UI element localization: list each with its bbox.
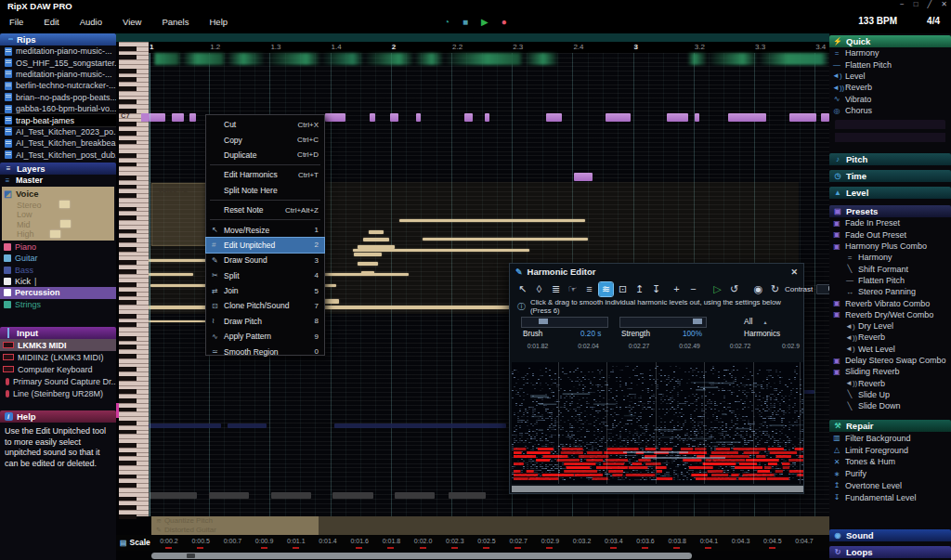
preset-delay-stereo-swap-combo[interactable]: ▣Delay Stereo Swap Combo [829,355,951,366]
show-tool[interactable]: ◉ [751,282,765,296]
repair-filter-background[interactable]: ▥Filter Background [829,432,951,444]
sublayer-level-slider[interactable] [60,220,71,228]
pitch-contour[interactable] [354,253,382,256]
black-key[interactable] [119,497,137,501]
pitch-contour[interactable] [363,238,389,241]
black-key[interactable] [119,176,137,180]
black-key[interactable] [119,292,137,296]
menu-audio[interactable]: Audio [80,17,102,27]
repair-panel-header[interactable]: ⚒Repair [829,420,951,432]
black-key[interactable] [119,215,137,220]
menu-item-apply-pattern[interactable]: ∿Apply Pattern9 [206,329,324,344]
history-tool[interactable]: ↺ [727,282,741,296]
camera-tool[interactable]: ⊡ [616,282,630,296]
time-signature-display[interactable]: 4/4 [927,16,940,26]
record-button[interactable]: ● [502,18,507,27]
repair-fundamental-level[interactable]: ↧Fundamental Level [829,491,951,503]
input-device[interactable]: Line (Steinberg UR28M) [0,387,116,399]
repair-tones-hum[interactable]: ✕Tones & Hum [829,456,951,468]
black-key[interactable] [119,389,137,394]
black-key[interactable] [119,153,137,158]
black-key[interactable] [119,505,137,510]
note[interactable] [271,492,311,499]
pitch-contour[interactable] [358,262,378,266]
quick-chorus[interactable]: ◎Chorus [829,105,951,116]
rip-item[interactable]: berlin-techno-nutcracker-... [0,80,116,91]
lines-tool[interactable]: ≡ [582,282,596,296]
preset-reverb[interactable]: ◄))Reverb [829,332,951,343]
sublayer-level-slider[interactable] [50,230,60,238]
spectrogram-scrollbar[interactable] [512,486,803,492]
menu-item-move-resize[interactable]: ↖Move/Resize1 [206,222,324,237]
menu-item-smooth-region[interactable]: ≃Smooth Region0 [206,344,324,358]
smooth-tool[interactable]: ≋ [599,282,613,296]
menu-item-copy[interactable]: CopyCtrl+C [206,132,324,147]
hand-tool[interactable]: ☞ [566,282,580,296]
rip-item[interactable]: AI_Test_Kitchen_post_dub... [0,150,116,161]
loops-panel-header[interactable]: ↻Loops [829,546,951,558]
quick-reverb[interactable]: ◄))Reverb [829,82,951,93]
black-key[interactable] [119,77,137,82]
layers-panel-header[interactable]: ≡Layers [0,163,116,175]
play-tool[interactable]: ▷ [710,282,724,296]
black-key[interactable] [119,207,137,212]
pitch-contour[interactable] [369,230,384,234]
menu-file[interactable]: File [9,17,23,27]
menu-item-split[interactable]: ✂Split4 [206,268,324,283]
close-button[interactable]: ✕ [941,0,947,8]
black-key[interactable] [119,430,137,435]
maximize-button[interactable]: □ [914,0,918,8]
time-panel-header[interactable]: ◷Time [829,170,951,182]
preset-slide-up[interactable]: ╲Slide Up [829,389,951,400]
black-key[interactable] [119,376,137,381]
strength-slider[interactable] [619,317,707,328]
black-key[interactable] [119,398,137,403]
rip-item[interactable]: brian--no-pads-pop-beats... [0,92,116,103]
quick-vibrato[interactable]: ∿Vibrato [829,94,951,105]
preset-harmony[interactable]: =Harmony [829,252,951,263]
repair-overtone-level[interactable]: ↥Overtone Level [829,480,951,492]
note[interactable] [189,113,196,122]
menu-item-clone-pitch-sound[interactable]: ⊡Clone Pitch/Sound7 [206,298,324,313]
layer-item-voice[interactable]: ◩VoiceStereoLowMidHigh [2,187,114,240]
play-button[interactable]: ▶ [481,18,489,27]
layer-item-master[interactable]: ≡Master [0,175,116,186]
black-key[interactable] [119,238,137,242]
time-ruler[interactable]: ▤ Scale 0:00.20:00.50:00.70:00.90:01.10:… [116,535,829,551]
input-device[interactable]: Computer Keyboard [0,363,116,375]
horizontal-scrollbar[interactable] [151,553,692,559]
eraser-tool[interactable]: ◊ [532,282,546,296]
menu-item-duplicate[interactable]: DuplicateCtrl+D [206,148,324,163]
layer-item-kick[interactable]: Kick| [0,276,116,287]
note[interactable] [695,113,699,122]
quick-panel-header[interactable]: ⚡Quick [829,35,951,47]
preset-wet-level[interactable]: ◄)Wet Level [829,344,951,355]
pitch-panel-header[interactable]: ♪Pitch [829,153,951,165]
note[interactable] [172,113,184,122]
voice-sublayer-stereo[interactable]: Stereo [4,200,112,210]
black-key[interactable] [119,269,137,274]
note[interactable] [464,113,473,122]
preset-slide-down[interactable]: ╲Slide Down [829,400,951,411]
repair-limit-foreground[interactable]: △Limit Foreground [829,444,951,456]
preset-stereo-panning[interactable]: ↔Stereo Panning [829,286,951,297]
black-key[interactable] [119,336,137,341]
rips-panel-header[interactable]: Rips [0,33,116,46]
black-key[interactable] [119,229,137,234]
black-key[interactable] [119,46,137,51]
black-key[interactable] [119,247,137,252]
input-device[interactable]: MIDIIN2 (LKMK3 MIDI) [0,351,116,363]
menu-item-edit-unpitched[interactable]: #Edit Unpitched2 [206,238,324,253]
pitch-contour[interactable] [361,271,374,275]
note[interactable] [821,113,829,122]
sound-panel-header[interactable]: ◉Sound [829,529,951,541]
input-panel-header[interactable]: Input [0,327,116,339]
black-key[interactable] [119,163,137,167]
note[interactable] [334,423,506,428]
beat-ruler[interactable]: 11.21.31.422.22.32.433.23.33.4 [149,42,829,53]
note[interactable] [546,113,562,122]
preset-reverb[interactable]: ◄))Reverb [829,378,951,389]
note[interactable] [390,113,398,122]
note[interactable] [728,113,766,122]
black-key[interactable] [119,367,137,371]
